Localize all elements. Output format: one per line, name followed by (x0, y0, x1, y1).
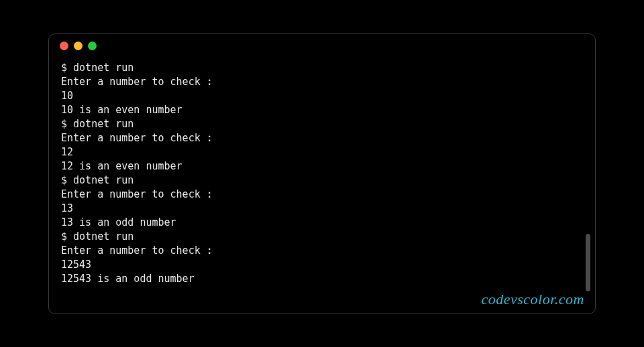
scrollbar-thumb[interactable] (586, 234, 590, 291)
maximize-icon[interactable] (88, 42, 97, 50)
watermark: codevscolor.com (481, 291, 584, 308)
terminal-output: $ dotnet run Enter a number to check : 1… (49, 58, 595, 293)
close-icon[interactable] (60, 42, 68, 50)
minimize-icon[interactable] (74, 42, 83, 50)
title-bar (49, 34, 595, 58)
terminal-window: $ dotnet run Enter a number to check : 1… (48, 33, 596, 314)
